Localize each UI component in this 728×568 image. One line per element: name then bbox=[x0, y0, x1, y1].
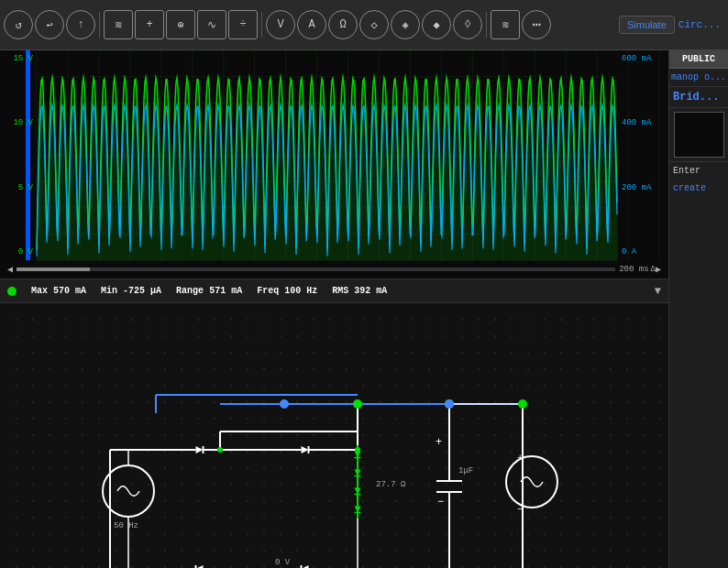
time-indicator: ◀ 200 ms Δ ▶ bbox=[0, 260, 668, 279]
toolbar-right: Simulate Circ... bbox=[619, 16, 724, 34]
plus-icon[interactable]: + bbox=[135, 10, 164, 39]
dash-icon[interactable]: ÷ bbox=[228, 10, 258, 39]
stats-bar: Max 570 mA Min -725 μA Range 571 mA Freq… bbox=[0, 279, 668, 303]
voltmeter-icon[interactable]: V bbox=[266, 10, 295, 39]
upload-icon[interactable]: ↑ bbox=[66, 10, 95, 39]
time-label: 200 ms bbox=[619, 265, 648, 274]
undo-icon[interactable]: ↩ bbox=[35, 10, 64, 39]
rotate-icon[interactable]: ↺ bbox=[4, 10, 33, 39]
sidebar-enter-label: Enter bbox=[669, 161, 728, 180]
time-right-arrow: ▶ bbox=[656, 264, 661, 275]
diamond4-icon[interactable]: ◊ bbox=[453, 10, 482, 39]
crosshair-icon[interactable]: ⊕ bbox=[166, 10, 195, 39]
circuit-area[interactable] bbox=[0, 303, 668, 568]
stat-rms: RMS 392 mA bbox=[332, 286, 387, 296]
main-area: 15 V 10 V 5 V 0 V 600 mA 400 mA 200 mA 0… bbox=[0, 50, 728, 568]
oscilloscope-canvas bbox=[0, 50, 668, 279]
stat-range: Range 571 mA bbox=[176, 286, 242, 296]
separator bbox=[99, 12, 100, 38]
diamond2-icon[interactable]: ◈ bbox=[391, 10, 420, 39]
oscilloscope[interactable]: 15 V 10 V 5 V 0 V 600 mA 400 mA 200 mA 0… bbox=[0, 50, 668, 279]
time-scrollbar[interactable] bbox=[17, 268, 615, 271]
sidebar-create-link[interactable]: create bbox=[669, 180, 728, 197]
toolbar: ↺ ↩ ↑ ≋ + ⊕ ∿ ÷ V A Ω ◇ ◈ ◆ ◊ ≋ ⋯ Simula… bbox=[0, 0, 728, 50]
thumbnail-canvas bbox=[675, 113, 723, 157]
time-left-arrow: ◀ bbox=[7, 264, 13, 275]
stats-dropdown[interactable]: ▼ bbox=[655, 285, 661, 298]
right-sidebar: PUBLIC manop o... Brid... Enter create bbox=[668, 50, 728, 568]
circuit-name: Circ... bbox=[678, 19, 721, 30]
sidebar-public-label: PUBLIC bbox=[669, 50, 728, 69]
canvas-area: 15 V 10 V 5 V 0 V 600 mA 400 mA 200 mA 0… bbox=[0, 50, 668, 568]
stat-min: Min -725 μA bbox=[101, 286, 161, 296]
simulate-button[interactable]: Simulate bbox=[619, 16, 675, 34]
stats-dot bbox=[7, 287, 17, 296]
stat-max: Max 570 mA bbox=[31, 286, 86, 296]
more-icon[interactable]: ⋯ bbox=[522, 10, 551, 39]
separator3 bbox=[486, 12, 487, 38]
sidebar-user-label[interactable]: manop o... bbox=[669, 69, 728, 87]
omega-icon[interactable]: Ω bbox=[328, 10, 358, 39]
ammeter-icon[interactable]: A bbox=[297, 10, 326, 39]
time-scroll-thumb[interactable] bbox=[17, 268, 90, 271]
separator2 bbox=[261, 12, 262, 38]
sidebar-circuit-thumbnail[interactable] bbox=[674, 112, 724, 158]
zigzag-icon[interactable]: ≋ bbox=[104, 10, 133, 39]
zigzag2-icon[interactable]: ≋ bbox=[491, 10, 520, 39]
diamond3-icon[interactable]: ◆ bbox=[422, 10, 451, 39]
stat-freq: Freq 100 Hz bbox=[257, 286, 317, 296]
coil-icon[interactable]: ∿ bbox=[197, 10, 226, 39]
sidebar-circuit-title[interactable]: Brid... bbox=[669, 87, 728, 108]
circuit-canvas bbox=[0, 303, 668, 568]
diamond1-icon[interactable]: ◇ bbox=[359, 10, 389, 39]
